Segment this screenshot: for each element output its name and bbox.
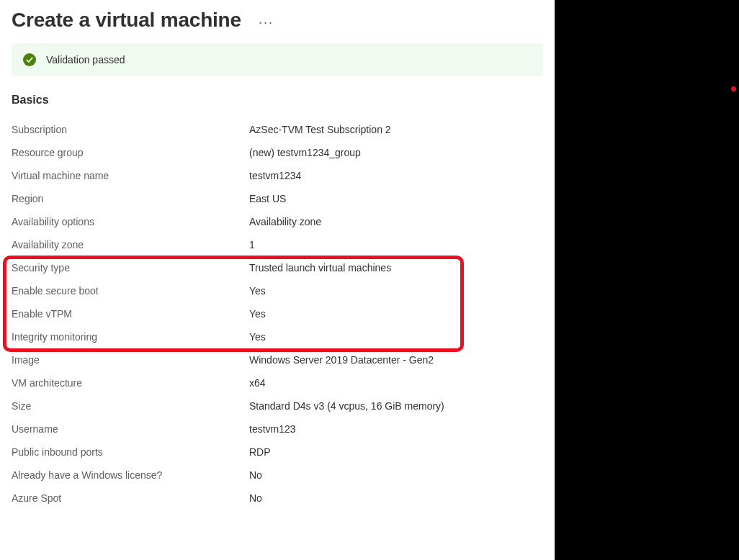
- detail-label: Size: [12, 399, 249, 413]
- detail-value: Trusted launch virtual machines: [249, 261, 391, 275]
- main-content: Create a virtual machine ··· Validation …: [0, 0, 555, 560]
- detail-row-security-type: Security type Trusted launch virtual mac…: [12, 256, 543, 279]
- detail-row-availability-zone: Availability zone 1: [12, 233, 543, 256]
- detail-row-secure-boot: Enable secure boot Yes: [12, 279, 543, 302]
- detail-label: Region: [12, 191, 249, 206]
- check-circle-icon: [23, 53, 36, 66]
- red-dot-icon: [731, 86, 736, 91]
- side-panel: [555, 0, 739, 560]
- detail-row-size: Size Standard D4s v3 (4 vcpus, 16 GiB me…: [12, 394, 543, 417]
- detail-label: VM architecture: [12, 376, 249, 390]
- detail-value: testvm123: [249, 422, 296, 436]
- detail-label: Public inbound ports: [12, 445, 249, 459]
- detail-label: Enable secure boot: [12, 284, 249, 298]
- detail-row-image: Image Windows Server 2019 Datacenter - G…: [12, 348, 543, 371]
- detail-value: No: [249, 491, 262, 505]
- detail-row-username: Username testvm123: [12, 417, 543, 441]
- detail-value: Yes: [249, 307, 266, 321]
- detail-value: Yes: [249, 330, 266, 344]
- detail-label: Enable vTPM: [12, 307, 249, 321]
- detail-label: Subscription: [12, 122, 249, 137]
- detail-label: Security type: [12, 261, 249, 275]
- detail-value: Availability zone: [249, 214, 321, 229]
- detail-value: Yes: [249, 284, 266, 298]
- detail-row-region: Region East US: [12, 187, 543, 210]
- detail-label: Virtual machine name: [12, 168, 249, 183]
- detail-value: x64: [249, 376, 266, 390]
- detail-value: testvm1234: [249, 168, 301, 183]
- basics-details: Subscription AzSec-TVM Test Subscription…: [12, 118, 543, 510]
- detail-row-vtpm: Enable vTPM Yes: [12, 302, 543, 325]
- detail-label: Integrity monitoring: [12, 330, 249, 344]
- detail-label: Image: [12, 353, 249, 367]
- detail-label: Azure Spot: [12, 491, 249, 505]
- validation-banner: Validation passed: [12, 43, 543, 76]
- detail-value: RDP: [249, 445, 271, 459]
- detail-label: Availability zone: [12, 238, 249, 252]
- detail-row-resource-group: Resource group (new) testvm1234_group: [12, 141, 543, 164]
- detail-label: Already have a Windows license?: [12, 468, 249, 482]
- detail-row-vm-architecture: VM architecture x64: [12, 371, 543, 394]
- detail-label: Username: [12, 422, 249, 436]
- detail-row-subscription: Subscription AzSec-TVM Test Subscription…: [12, 118, 543, 141]
- validation-message: Validation passed: [46, 54, 125, 66]
- page-title: Create a virtual machine: [12, 9, 241, 32]
- detail-row-integrity-monitoring: Integrity monitoring Yes: [12, 325, 543, 348]
- detail-row-availability-options: Availability options Availability zone: [12, 210, 543, 233]
- detail-value: 1: [249, 238, 255, 252]
- detail-value: (new) testvm1234_group: [249, 145, 361, 160]
- detail-value: Windows Server 2019 Datacenter - Gen2: [249, 353, 434, 367]
- detail-value: No: [249, 468, 262, 482]
- more-options-button[interactable]: ···: [259, 15, 274, 30]
- header: Create a virtual machine ···: [12, 9, 543, 32]
- basics-section-title: Basics: [12, 94, 543, 107]
- detail-label: Resource group: [12, 145, 249, 160]
- detail-row-azure-spot: Azure Spot No: [12, 487, 543, 510]
- detail-value: AzSec-TVM Test Subscription 2: [249, 122, 391, 137]
- detail-row-public-inbound-ports: Public inbound ports RDP: [12, 441, 543, 464]
- detail-label: Availability options: [12, 214, 249, 229]
- detail-row-windows-license: Already have a Windows license? No: [12, 464, 543, 487]
- detail-row-vm-name: Virtual machine name testvm1234: [12, 164, 543, 187]
- detail-value: Standard D4s v3 (4 vcpus, 16 GiB memory): [249, 399, 444, 413]
- detail-value: East US: [249, 191, 286, 206]
